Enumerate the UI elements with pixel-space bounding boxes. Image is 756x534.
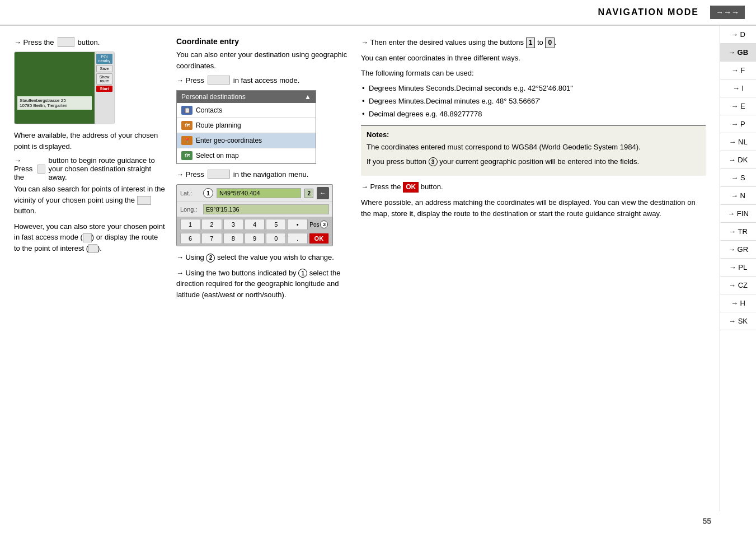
para-3: However, you can also store your chosen … bbox=[14, 221, 165, 254]
long-row: Long.: E9°8'15.136 bbox=[177, 202, 332, 217]
poi-button-inline bbox=[137, 196, 151, 205]
circle-2-badge: 2 bbox=[304, 189, 313, 198]
key-4[interactable]: 4 bbox=[245, 219, 265, 230]
para-2: You can also search for points of intere… bbox=[14, 184, 165, 217]
lat-row: Lat.: 1 N49°58'40.404 2 ← bbox=[177, 185, 332, 202]
coord-heading: Coordinate entry bbox=[176, 37, 350, 46]
lat-input[interactable]: N49°58'40.404 bbox=[217, 188, 301, 198]
geo-icon: 📍 bbox=[181, 136, 192, 145]
para-1: Where available, the address of your cho… bbox=[14, 130, 165, 152]
start-btn[interactable]: Start bbox=[96, 86, 112, 92]
key-6[interactable]: 6 bbox=[180, 233, 200, 244]
sidebar-item-f[interactable]: → F bbox=[720, 62, 756, 79]
back-button[interactable]: ← bbox=[317, 187, 329, 199]
language-sidebar: → D → GB → F → I → E → P → NL → DK → S →… bbox=[720, 26, 756, 511]
page: NAVIGATION MODE →→→ → Press the button. … bbox=[0, 0, 756, 534]
press-line-3: → Press in fast access mode. bbox=[176, 76, 350, 85]
main-content: → Press the button. Stauffenbergstrasse … bbox=[0, 26, 756, 511]
then-line: → Then enter the desired values using th… bbox=[361, 37, 706, 48]
press-line-1: → Press the button. bbox=[14, 37, 165, 47]
key-3[interactable]: 3 bbox=[223, 219, 243, 230]
coord-para1: You can also enter your destination usin… bbox=[176, 49, 350, 71]
key-8[interactable]: 8 bbox=[223, 233, 243, 244]
sidebar-item-tr[interactable]: → TR bbox=[720, 223, 756, 241]
notes-box: Notes: The coordinates entered must corr… bbox=[361, 125, 706, 176]
key-dot2[interactable]: . bbox=[287, 233, 307, 244]
sidebar-item-n[interactable]: → N bbox=[720, 187, 756, 205]
sidebar-item-p[interactable]: → P bbox=[720, 115, 756, 133]
sidebar-item-gb[interactable]: → GB bbox=[720, 44, 756, 62]
sidebar-item-s[interactable]: → S bbox=[720, 169, 756, 187]
map-icon: 🗺 bbox=[181, 151, 192, 160]
menu-mockup: Personal destinations ▲ 📋 Contacts 🗺 Rou… bbox=[176, 90, 316, 164]
ok-key[interactable]: OK bbox=[309, 233, 329, 244]
key-2[interactable]: 2 bbox=[201, 219, 222, 230]
device-address: Stauffenbergstrasse 25 10785 Berlin, Tie… bbox=[17, 96, 92, 110]
key-7[interactable]: 7 bbox=[201, 233, 222, 244]
formats-heading: The following formats can be used: bbox=[361, 68, 706, 79]
using-1-para: → Using the two buttons indicated by 1 s… bbox=[176, 268, 350, 301]
circle-1: 1 bbox=[203, 188, 213, 198]
left-column: → Press the button. Stauffenbergstrasse … bbox=[14, 37, 165, 500]
arrow-3: → Press bbox=[176, 76, 204, 85]
button-text-1: button. bbox=[78, 38, 100, 46]
sidebar-item-e[interactable]: → E bbox=[720, 97, 756, 115]
badge-1: 1 bbox=[298, 269, 307, 278]
poi-btn[interactable]: POI nearby bbox=[96, 54, 112, 64]
sidebar-item-pl[interactable]: → PL bbox=[720, 259, 756, 277]
device-buttons: POI nearby Save Show route Start bbox=[95, 52, 114, 124]
button-placeholder-3 bbox=[208, 76, 230, 85]
pos-label: Pos bbox=[309, 222, 319, 228]
right-column: → Then enter the desired values using th… bbox=[361, 37, 706, 500]
button-text-2: button to begin route guidance to your c… bbox=[49, 156, 165, 181]
badge-3: 3 bbox=[429, 157, 438, 166]
note-1: The coordinates entered must correspond … bbox=[367, 142, 700, 153]
fast-access-text: in fast access mode. bbox=[233, 76, 300, 85]
menu-header: Personal destinations ▲ bbox=[177, 91, 316, 103]
show-route-btn[interactable]: Show route bbox=[96, 73, 112, 85]
format-3: Decimal degrees e.g. 48.89277778 bbox=[361, 109, 706, 119]
sidebar-item-d[interactable]: → D bbox=[720, 26, 756, 44]
save-btn[interactable]: Save bbox=[96, 65, 112, 72]
menu-item-contacts[interactable]: 📋 Contacts bbox=[177, 103, 316, 118]
btn-1-inline: 1 bbox=[526, 38, 536, 48]
press-line-4: → Press in the navigation menu. bbox=[176, 170, 350, 179]
middle-column: Coordinate entry You can also enter your… bbox=[176, 37, 350, 500]
sidebar-item-cz[interactable]: → CZ bbox=[720, 277, 756, 294]
route-icon: 🗺 bbox=[181, 121, 192, 130]
circle-3-badge: 3 bbox=[320, 221, 328, 228]
numpad-row1: 1 2 3 4 5 • Pos 3 bbox=[177, 217, 332, 232]
menu-item-route[interactable]: 🗺 Route planning bbox=[177, 118, 316, 133]
format-2: Degrees Minutes.Decimal minutes e.g. 48°… bbox=[361, 96, 706, 106]
button-placeholder-4 bbox=[208, 170, 230, 179]
key-dot1[interactable]: • bbox=[287, 219, 307, 230]
key-5[interactable]: 5 bbox=[266, 219, 286, 230]
menu-item-map[interactable]: 🗺 Select on map bbox=[177, 148, 316, 163]
long-label: Long.: bbox=[180, 206, 200, 213]
page-title: NAVIGATION MODE bbox=[11, 7, 699, 17]
note-2: If you press button 3 your current geogr… bbox=[367, 156, 700, 167]
sidebar-item-gr[interactable]: → GR bbox=[720, 241, 756, 259]
nav-arrows[interactable]: →→→ bbox=[710, 6, 745, 19]
button-placeholder-2 bbox=[37, 165, 45, 174]
menu-expand-icon[interactable]: ▲ bbox=[304, 93, 311, 101]
sidebar-item-fin[interactable]: → FIN bbox=[720, 205, 756, 223]
sidebar-item-i[interactable]: → I bbox=[720, 79, 756, 97]
sidebar-item-nl[interactable]: → NL bbox=[720, 133, 756, 151]
key-1[interactable]: 1 bbox=[180, 219, 200, 230]
menu-item-geocoord[interactable]: 📍 Enter geo-coordinates bbox=[177, 133, 316, 148]
format-1: Degrees Minutes Seconds.Decimal seconds … bbox=[361, 83, 706, 93]
sidebar-item-h[interactable]: → H bbox=[720, 294, 756, 312]
coord-input-mockup: Lat.: 1 N49°58'40.404 2 ← Long.: E9°8'15… bbox=[176, 184, 333, 246]
numpad-row2: 6 7 8 9 0 . OK bbox=[177, 232, 332, 246]
long-input[interactable]: E9°8'15.136 bbox=[203, 204, 329, 214]
arrow-1: → Press the bbox=[14, 38, 54, 46]
sidebar-item-dk[interactable]: → DK bbox=[720, 151, 756, 169]
badge-2: 2 bbox=[206, 254, 215, 263]
key-9[interactable]: 9 bbox=[245, 233, 265, 244]
formats-list: Degrees Minutes Seconds.Decimal seconds … bbox=[361, 83, 706, 120]
right-para2: Where possible, an address matching the … bbox=[361, 197, 706, 219]
key-0[interactable]: 0 bbox=[266, 233, 286, 244]
sidebar-item-sk[interactable]: → SK bbox=[720, 312, 756, 330]
device-mockup: Stauffenbergstrasse 25 10785 Berlin, Tie… bbox=[14, 51, 115, 124]
